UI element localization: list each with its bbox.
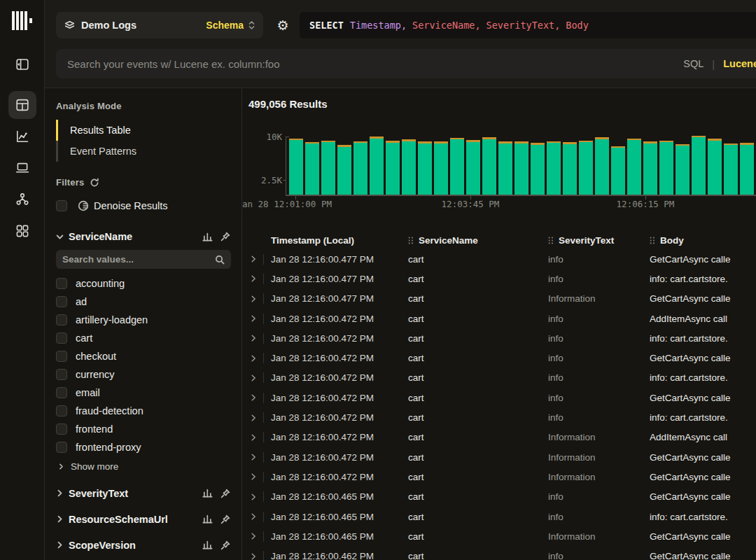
table-row[interactable]: Jan 28 12:16:00.465 PM cart info GetCart… (242, 487, 756, 507)
service-checkbox[interactable] (56, 314, 67, 326)
filter-section[interactable]: ScopeVersion (56, 532, 230, 558)
filter-section-label: ResourceSchemaUrl (69, 514, 168, 525)
service-filter-row[interactable]: fraud-detection (56, 402, 230, 420)
service-checkbox[interactable] (56, 424, 67, 435)
mode-event-patterns[interactable]: Event Patterns (56, 141, 230, 162)
language-lucene-button[interactable]: Lucene (723, 58, 756, 69)
service-checkbox[interactable] (56, 387, 67, 398)
table-row[interactable]: Jan 28 12:16:00.472 PM cart info info: c… (242, 328, 756, 348)
table-row[interactable]: Jan 28 12:16:00.472 PM cart info GetCart… (242, 388, 756, 407)
filter-section[interactable]: SeverityText (56, 480, 230, 506)
chart-bars[interactable] (289, 133, 756, 195)
event-search-input[interactable] (67, 58, 675, 70)
table-row[interactable]: Jan 28 12:16:00.477 PM cart info GetCart… (242, 249, 756, 269)
pin-icon[interactable] (220, 514, 230, 524)
source-settings-button[interactable]: ⚙ (269, 12, 297, 38)
service-filter-row[interactable]: frontend (56, 420, 230, 438)
pin-icon[interactable] (220, 489, 230, 498)
table-row[interactable]: Jan 28 12:16:00.465 PM cart info info: c… (242, 507, 756, 526)
bar-chart-icon[interactable] (202, 540, 213, 550)
service-filter-row[interactable]: accounting (56, 274, 230, 293)
table-row[interactable]: Jan 28 12:16:00.472 PM cart info AddItem… (242, 309, 756, 328)
table-row[interactable]: Jan 28 12:16:00.472 PM cart info info: c… (242, 407, 756, 427)
table-row[interactable]: Jan 28 12:16:00.472 PM cart Information … (242, 467, 756, 486)
drag-handle-icon[interactable] (548, 237, 554, 244)
service-checkbox[interactable] (56, 332, 67, 344)
drag-handle-icon[interactable] (408, 237, 414, 244)
service-filter-row[interactable]: checkout (56, 347, 230, 365)
service-checkbox[interactable] (56, 351, 67, 362)
sessions-tab[interactable] (8, 154, 36, 182)
expand-row-icon[interactable] (250, 493, 257, 500)
expand-row-icon[interactable] (250, 473, 257, 480)
expand-row-icon[interactable] (250, 275, 257, 282)
expand-row-icon[interactable] (250, 533, 257, 540)
service-filter-row[interactable]: currency (56, 365, 230, 384)
service-checkbox[interactable] (56, 369, 67, 380)
source-selector[interactable]: Demo Logs Schema (56, 12, 263, 38)
filter-section-servicename[interactable]: ServiceName (56, 231, 230, 242)
dashboards-tab[interactable] (8, 217, 36, 245)
toggle-divider: | (712, 58, 715, 70)
chart-bar-cap (659, 141, 673, 143)
service-filter-row[interactable]: email (56, 384, 230, 402)
expand-row-icon[interactable] (250, 355, 257, 362)
table-row[interactable]: Jan 28 12:16:00.472 PM cart Information … (242, 428, 756, 447)
app-logo-icon[interactable] (12, 10, 32, 31)
expand-row-icon[interactable] (250, 434, 257, 441)
expand-row-icon[interactable] (250, 394, 257, 401)
value-search-input[interactable] (62, 254, 215, 265)
sql-query-bar[interactable]: SELECT Timestamp, ServiceName, SeverityT… (300, 12, 756, 38)
expand-row-icon[interactable] (250, 255, 257, 262)
pin-icon[interactable] (220, 540, 230, 550)
sql-column-token: SeverityText, (486, 20, 561, 31)
service-checkbox[interactable] (56, 442, 67, 453)
expand-row-icon[interactable] (250, 335, 257, 342)
table-row[interactable]: Jan 28 12:16:00.472 PM cart info GetCart… (242, 348, 756, 368)
bar-chart-icon[interactable] (202, 232, 213, 242)
language-sql-button[interactable]: SQL (683, 58, 704, 69)
chart-bar (450, 138, 464, 195)
filter-section-label: ServiceName (69, 231, 132, 242)
service-filter-label: fraud-detection (76, 405, 144, 416)
bar-chart-icon[interactable] (202, 514, 213, 524)
bar-chart-icon[interactable] (202, 488, 213, 498)
column-header-servicename[interactable]: ServiceName (408, 235, 548, 246)
column-header-body[interactable]: Body (650, 235, 756, 246)
column-header-timestamp[interactable]: Timestamp (Local) (264, 235, 408, 246)
pin-icon[interactable] (220, 232, 230, 241)
table-row[interactable]: Jan 28 12:16:00.462 PM cart info GetCart… (242, 546, 756, 560)
chart-bar-cap (466, 140, 480, 142)
service-checkbox[interactable] (56, 296, 67, 307)
table-row[interactable]: Jan 28 12:16:00.472 PM cart info info: c… (242, 368, 756, 388)
expand-row-icon[interactable] (250, 374, 257, 382)
table-row[interactable]: Jan 28 12:16:00.477 PM cart Information … (242, 289, 756, 309)
service-filter-row[interactable]: artillery-loadgen (56, 311, 230, 329)
denoise-results-row[interactable]: Denoise Results (56, 199, 230, 213)
drag-handle-icon[interactable] (650, 237, 655, 244)
service-checkbox[interactable] (56, 405, 67, 416)
refresh-icon[interactable] (90, 178, 99, 188)
service-filter-row[interactable]: frontend-proxy (56, 438, 230, 456)
expand-row-icon[interactable] (250, 513, 257, 520)
service-filter-row[interactable]: cart (56, 329, 230, 347)
chart-explorer-tab[interactable] (8, 122, 36, 150)
mode-results-table[interactable]: Results Table (56, 120, 230, 141)
expand-row-icon[interactable] (250, 315, 257, 322)
denoise-checkbox[interactable] (56, 200, 67, 211)
collapse-sidebar-button[interactable] (8, 50, 36, 78)
table-row[interactable]: Jan 28 12:16:00.477 PM cart info info: c… (242, 269, 756, 288)
column-header-severitytext[interactable]: SeverityText (548, 235, 650, 246)
table-row[interactable]: Jan 28 12:16:00.465 PM cart Information … (242, 526, 756, 546)
expand-row-icon[interactable] (250, 553, 257, 560)
show-more-button[interactable]: Show more (56, 458, 230, 475)
expand-row-icon[interactable] (250, 454, 257, 461)
search-logs-tab[interactable] (8, 91, 36, 119)
service-map-tab[interactable] (8, 186, 36, 214)
service-checkbox[interactable] (56, 278, 67, 289)
table-row[interactable]: Jan 28 12:16:00.472 PM cart Information … (242, 447, 756, 467)
filter-section[interactable]: ResourceSchemaUrl (56, 506, 230, 532)
expand-row-icon[interactable] (250, 414, 257, 421)
service-filter-row[interactable]: ad (56, 293, 230, 311)
expand-row-icon[interactable] (250, 295, 257, 302)
